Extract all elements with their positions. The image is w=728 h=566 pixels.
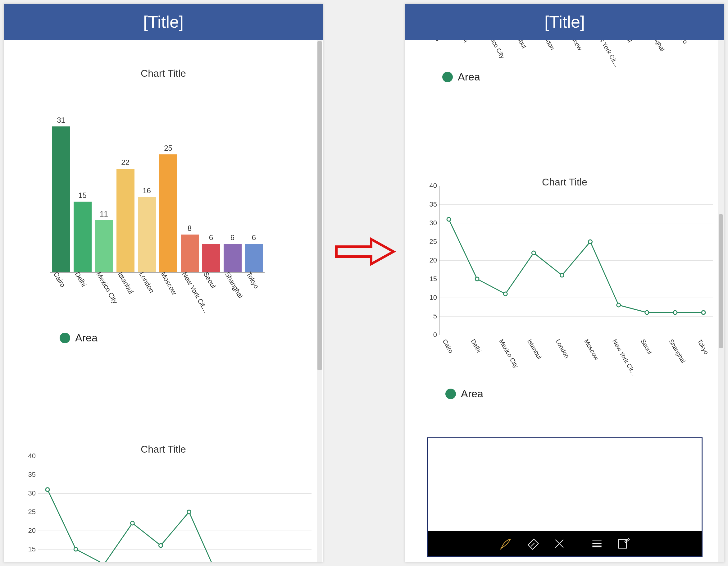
legend-label: Area (461, 388, 483, 400)
right-pane: [Title] …o…ni…xico City…nbul…ndon…scow…w… (405, 4, 724, 562)
y-tick-label: 15 (421, 275, 437, 283)
x-tick-label: …nbul (512, 40, 528, 50)
bar-value-label: 6 (245, 233, 263, 242)
bar-value-label: 6 (202, 233, 220, 242)
bar-value-label: 15 (74, 191, 92, 200)
x-tick-label: …w York Cit… (594, 40, 621, 69)
left-pane: [Title] Chart Title 3115112216258666 Cai… (4, 4, 323, 562)
svg-point-1 (74, 547, 78, 551)
x-tick-label: London (137, 271, 156, 294)
bar-chart[interactable]: 3115112216258666 CairoDelhiMexico CityIs… (47, 102, 265, 273)
scroll-area-left: Chart Title 3115112216258666 CairoDelhiM… (4, 40, 323, 562)
scrollbar-right[interactable] (718, 40, 724, 562)
scrollbar-thumb-left[interactable] (317, 41, 322, 370)
x-tick-label: London (554, 338, 571, 359)
line-weight-icon[interactable] (589, 536, 605, 552)
x-tick-label: …nghai (649, 40, 666, 52)
x-tick-label: …scow (567, 40, 584, 52)
svg-point-10 (447, 217, 451, 221)
bar-value-label: 8 (181, 224, 199, 233)
y-tick-label: 40 (20, 452, 36, 460)
x-tick-label: Seoul (202, 271, 217, 290)
legend-swatch-icon (445, 389, 456, 399)
x-tick-label: Istanbul (116, 271, 135, 295)
line-chart-legend: Area (445, 388, 483, 400)
y-tick-label: 40 (421, 182, 437, 190)
y-tick-label: 35 (421, 200, 437, 208)
y-tick-label: 10 (421, 294, 437, 302)
svg-point-19 (702, 311, 705, 314)
y-tick-label: 20 (20, 527, 36, 535)
svg-point-11 (475, 277, 479, 281)
legend-label: Area (458, 71, 480, 83)
x-tick-label: Istanbul (526, 338, 543, 360)
bar-value-label: 31 (52, 116, 70, 125)
x-tick-label: …ndon (540, 40, 556, 51)
x-tick-label: Moscow (159, 271, 178, 296)
x-tick-label: Mexico City (498, 338, 520, 369)
eraser-icon[interactable] (525, 536, 541, 552)
line-chart-right[interactable]: 0510152025303540 CairoDelhiMexico CityIs… (417, 186, 716, 369)
toolbar-separator (578, 536, 578, 552)
bar-chart-title: Chart Title (4, 68, 323, 79)
bar[interactable]: 15 (74, 202, 92, 272)
x-tick-label: New York Cit… (611, 338, 638, 378)
scrollbar-thumb-right[interactable] (719, 214, 723, 348)
bar-value-label: 11 (95, 210, 113, 218)
sign-icon[interactable] (616, 536, 632, 552)
x-tick-label: …o (430, 40, 441, 42)
prev-chart-legend: Area (442, 71, 480, 83)
y-tick-label: 20 (421, 256, 437, 264)
x-tick-label: Mexico City (94, 271, 119, 305)
bar[interactable]: 8 (181, 235, 199, 272)
bar-value-label: 22 (116, 158, 134, 167)
line-chart-left[interactable]: 0510152025303540 (16, 456, 314, 562)
y-tick-label: 15 (20, 545, 36, 553)
bar-value-label: 6 (224, 233, 242, 242)
pen-icon[interactable] (498, 536, 514, 552)
title-bar-left: [Title] (4, 4, 323, 40)
title-bar-right: [Title] (405, 4, 724, 40)
x-tick-label: Shanghai (667, 338, 687, 364)
title-text-right: [Title] (544, 12, 585, 31)
signature-panel[interactable] (427, 437, 703, 557)
title-text-left: [Title] (143, 12, 184, 31)
x-tick-label: …ni (458, 40, 470, 43)
bar[interactable]: 11 (95, 220, 113, 272)
y-tick-label: 30 (20, 489, 36, 497)
y-tick-label: 25 (421, 238, 437, 246)
y-tick-label: 25 (20, 508, 36, 516)
svg-point-13 (532, 251, 535, 255)
bar[interactable]: 31 (52, 126, 70, 272)
bar[interactable]: 16 (138, 197, 156, 272)
svg-point-16 (617, 303, 621, 307)
x-tick-label: Moscow (583, 338, 600, 361)
x-tick-label: …yo (676, 40, 689, 45)
x-tick-label: Shanghai (223, 271, 244, 300)
svg-point-0 (46, 488, 49, 491)
scroll-area-right: …o…ni…xico City…nbul…ndon…scow…w York Ci… (405, 40, 724, 562)
x-tick-label: …xico City (485, 40, 506, 60)
bar-chart-legend: Area (60, 332, 98, 344)
y-tick-label: 30 (421, 219, 437, 227)
x-tick-label: Delhi (73, 271, 88, 288)
bar-value-label: 25 (159, 144, 177, 153)
x-tick-label: Cairo (441, 338, 455, 354)
bar[interactable]: 25 (159, 154, 177, 272)
x-tick-label: Tokyo (696, 338, 710, 356)
svg-point-3 (130, 521, 134, 525)
line-chart-title-left: Chart Title (4, 444, 323, 455)
x-tick-label: …ul (622, 40, 634, 43)
bar[interactable]: 22 (116, 169, 134, 272)
y-tick-label: 0 (421, 331, 437, 339)
legend-swatch-icon (442, 72, 453, 82)
x-tick-label: Cairo (52, 271, 67, 289)
close-icon[interactable] (551, 536, 567, 552)
scrollbar-left[interactable] (317, 40, 322, 562)
svg-point-18 (673, 311, 677, 314)
svg-point-15 (589, 240, 592, 244)
x-tick-label: Tokyo (244, 271, 260, 290)
svg-point-17 (645, 311, 649, 314)
arrow-icon (334, 236, 396, 267)
legend-swatch-icon (60, 333, 70, 343)
